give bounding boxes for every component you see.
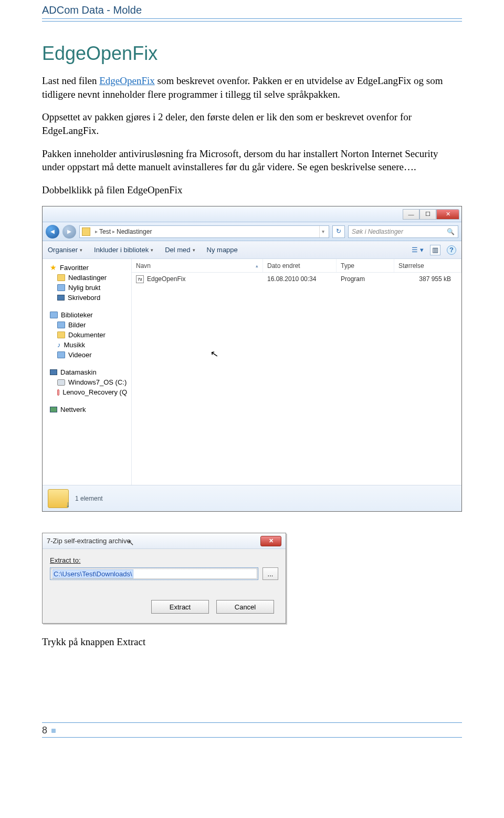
browse-button[interactable]: ... bbox=[262, 567, 278, 580]
recent-icon bbox=[57, 284, 65, 291]
page-header: ADCom Data - Molde bbox=[42, 0, 462, 19]
pictures-icon bbox=[57, 322, 65, 328]
documents-icon bbox=[57, 332, 65, 338]
paragraph-3: Pakken inneholder antivirusløsning fra M… bbox=[42, 147, 462, 174]
star-icon: ★ bbox=[50, 263, 57, 272]
refresh-button[interactable]: ↻ bbox=[332, 225, 345, 238]
network-icon bbox=[50, 407, 57, 412]
cursor-icon: ↖ bbox=[128, 538, 134, 547]
tree-libraries[interactable]: Biblioteker bbox=[43, 310, 131, 320]
dialog-titlebar: 7-Zip self-extracting archive ↖ ✕ bbox=[43, 533, 286, 549]
extract-path-input[interactable]: C:\Users\Test\Downloads\ bbox=[50, 567, 258, 580]
tree-computer[interactable]: Datamaskin bbox=[43, 367, 131, 377]
dialog-title-text: 7-Zip self-extracting archive bbox=[47, 537, 131, 545]
search-placeholder: Søk i Nedlastinger bbox=[352, 228, 403, 235]
share-menu[interactable]: Del med▾ bbox=[165, 246, 195, 254]
col-type[interactable]: Type bbox=[337, 259, 394, 272]
bc-seg-1[interactable]: Test bbox=[99, 228, 111, 235]
tree-music[interactable]: ♪Musikk bbox=[43, 340, 131, 350]
status-text: 1 element bbox=[75, 495, 103, 502]
maximize-button[interactable]: ☐ bbox=[419, 209, 436, 220]
footer-rule bbox=[42, 737, 462, 738]
cursor-icon: ↖ bbox=[209, 348, 219, 360]
drive-icon bbox=[57, 379, 65, 386]
tree-drive-c[interactable]: Windows7_OS (C:) bbox=[43, 377, 131, 387]
tree-desktop[interactable]: Skrivebord bbox=[43, 293, 131, 303]
forward-button[interactable]: ► bbox=[62, 225, 76, 239]
extract-button[interactable]: Extract bbox=[151, 600, 209, 614]
tree-pictures[interactable]: Bilder bbox=[43, 320, 131, 330]
video-icon bbox=[57, 351, 65, 358]
preview-pane-button[interactable]: ▥ bbox=[430, 245, 440, 255]
view-options-icon[interactable]: ☰ ▾ bbox=[412, 246, 424, 254]
page-number: 8 bbox=[42, 725, 47, 736]
nav-bar: ◄ ► ▸ Test ▸ Nedlastinger ▾ ↻ Søk i Nedl… bbox=[43, 222, 461, 241]
tree-network[interactable]: Nettverk bbox=[43, 405, 131, 415]
folder-icon bbox=[57, 274, 65, 281]
column-headers[interactable]: Navn▴ Dato endret Type Størrelse bbox=[132, 259, 461, 273]
new-folder-button[interactable]: Ny mappe bbox=[207, 246, 238, 254]
paragraph-4: Dobbelklikk på filen EdgeOpenFix bbox=[42, 183, 462, 197]
search-input[interactable]: Søk i Nedlastinger 🔍 bbox=[348, 225, 458, 238]
col-size[interactable]: Størrelse bbox=[394, 259, 461, 272]
page-footer: 8 bbox=[42, 722, 462, 736]
status-bar: 1 element bbox=[43, 485, 461, 511]
back-button[interactable]: ◄ bbox=[46, 225, 59, 239]
tree-recent[interactable]: Nylig brukt bbox=[43, 283, 131, 293]
folder-tree[interactable]: ★Favoritter Nedlastinger Nylig brukt Skr… bbox=[43, 259, 132, 485]
sort-caret-icon: ▴ bbox=[256, 263, 258, 268]
file-row-edgeopenfix[interactable]: 7zEdgeOpenFix 16.08.2010 00:34 Program 3… bbox=[132, 273, 461, 285]
extract-to-label: Extract to: bbox=[50, 556, 278, 564]
bc-seg-2[interactable]: Nedlastinger bbox=[117, 228, 152, 235]
folder-download-icon bbox=[48, 489, 69, 508]
toolbar: Organiser▾ Inkluder i bibliotek▾ Del med… bbox=[43, 241, 461, 259]
folder-icon bbox=[82, 227, 90, 236]
breadcrumb-dropdown-icon[interactable]: ▾ bbox=[319, 226, 327, 237]
cancel-button[interactable]: Cancel bbox=[216, 600, 274, 614]
close-button[interactable]: ✕ bbox=[436, 209, 459, 220]
window-titlebar: — ☐ ✕ bbox=[43, 206, 461, 222]
paragraph-1: Last ned filen EdgeOpenFix som beskrevet… bbox=[42, 74, 462, 101]
include-menu[interactable]: Inkluder i bibliotek▾ bbox=[94, 246, 153, 254]
header-rule bbox=[42, 21, 462, 22]
col-name[interactable]: Navn▴ bbox=[132, 259, 263, 272]
organiser-menu[interactable]: Organiser▾ bbox=[48, 246, 82, 254]
tree-drive-q[interactable]: Lenovo_Recovery (Q bbox=[43, 387, 131, 397]
page-dot-icon bbox=[51, 729, 56, 733]
tree-downloads[interactable]: Nedlastinger bbox=[43, 273, 131, 283]
dialog-close-button[interactable]: ✕ bbox=[260, 536, 281, 546]
edgeopenfix-link[interactable]: EdgeOpenFix bbox=[99, 75, 155, 86]
explorer-window: — ☐ ✕ ◄ ► ▸ Test ▸ Nedlastinger ▾ ↻ Søk … bbox=[42, 206, 462, 512]
tree-documents[interactable]: Dokumenter bbox=[43, 330, 131, 340]
paragraph-5: Trykk på knappen Extract bbox=[42, 635, 462, 649]
tree-videos[interactable]: Videoer bbox=[43, 350, 131, 360]
col-date[interactable]: Dato endret bbox=[263, 259, 337, 272]
file-icon: 7z bbox=[136, 275, 144, 283]
file-list: Navn▴ Dato endret Type Størrelse 7zEdgeO… bbox=[132, 259, 461, 485]
p1-a: Last ned filen bbox=[42, 75, 99, 86]
minimize-button[interactable]: — bbox=[403, 209, 419, 220]
music-icon: ♪ bbox=[57, 341, 61, 349]
library-icon bbox=[50, 312, 58, 318]
tree-favorites[interactable]: ★Favoritter bbox=[43, 262, 131, 273]
desktop-icon bbox=[57, 295, 65, 301]
paragraph-2: Oppsettet av pakken gjøres i 2 deler, de… bbox=[42, 110, 462, 137]
breadcrumb[interactable]: ▸ Test ▸ Nedlastinger ▾ bbox=[79, 225, 329, 238]
section-title: EdgeOpenFix bbox=[42, 43, 462, 65]
computer-icon bbox=[50, 369, 57, 375]
help-icon[interactable]: ? bbox=[447, 245, 456, 255]
drive-icon bbox=[57, 389, 59, 396]
sevenzip-dialog: 7-Zip self-extracting archive ↖ ✕ Extrac… bbox=[42, 533, 286, 624]
search-icon: 🔍 bbox=[447, 228, 455, 235]
